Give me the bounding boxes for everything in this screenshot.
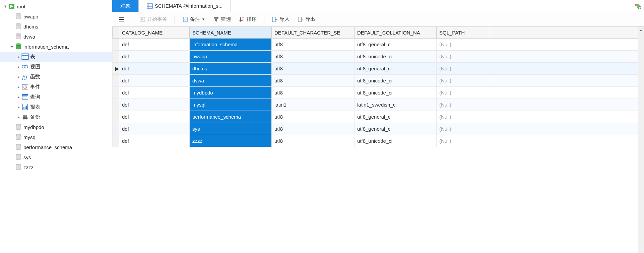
cell-catalog[interactable]: def [119,63,190,75]
cell-charset[interactable]: utf8 [272,39,355,51]
cell-schema[interactable]: mydbpdo [190,87,272,99]
cell-catalog[interactable]: def [119,51,190,63]
tree-schema-child[interactable]: ▸查询 [0,92,112,102]
column-header[interactable]: DEFAULT_CHARACTER_SE [272,27,355,39]
cell-schema[interactable]: performance_schema [190,111,272,123]
chevron-right-icon[interactable]: ▸ [16,115,21,119]
chevron-down-icon[interactable]: ▼ [9,45,15,49]
import-button[interactable]: 导入 [269,15,292,24]
cell-collation[interactable]: utf8_unicode_ci [355,135,437,147]
cell-collation[interactable]: latin1_swedish_ci [355,99,437,111]
table-row[interactable]: defmydbpdoutf8utf8_unicode_ci(Null) [113,87,644,99]
scroll-up-arrow-icon[interactable]: ▲ [638,27,644,33]
cell-catalog[interactable]: def [119,135,190,147]
tree-schema-child[interactable]: ▸f()函数 [0,72,112,82]
cell-schema[interactable]: information_schema [190,39,272,51]
tree-schema-child[interactable]: ▸报表 [0,102,112,112]
column-header[interactable]: SCHEMA_NAME [190,27,272,39]
data-grid-wrap[interactable]: CATALOG_NAME SCHEMA_NAME DEFAULT_CHARACT… [112,27,644,253]
cell-schema[interactable]: mysql [190,99,272,111]
cell-catalog[interactable]: def [119,87,190,99]
cell-collation[interactable]: utf8_unicode_ci [355,75,437,87]
table-row[interactable]: ▶defdhcmsutf8utf8_general_ci(Null) [113,63,644,75]
column-header[interactable]: SQL_PATH [437,27,490,39]
cell-catalog[interactable]: def [119,123,190,135]
cell-catalog[interactable]: def [119,111,190,123]
cell-collation[interactable]: utf8_unicode_ci [355,87,437,99]
cell-schema[interactable]: dhcms [190,63,272,75]
data-grid[interactable]: CATALOG_NAME SCHEMA_NAME DEFAULT_CHARACT… [112,27,644,147]
table-row[interactable]: definformation_schemautf8utf8_general_ci… [113,39,644,51]
tree-connection-root[interactable]: ▼ root [0,1,112,11]
chevron-right-icon[interactable]: ▸ [16,75,21,79]
tree-database[interactable]: dhcms [0,21,112,31]
tree-database[interactable]: mysql [0,132,112,142]
tree-database[interactable]: dvwa [0,31,112,42]
tree-schema-child[interactable]: ▸视图 [0,62,112,72]
cell-catalog[interactable]: def [119,99,190,111]
cell-schema[interactable]: zzzz [190,135,272,147]
cell-charset[interactable]: utf8 [272,87,355,99]
table-row[interactable]: defbwapputf8utf8_unicode_ci(Null) [113,51,644,63]
memo-button[interactable]: 备注 ▼ [180,15,208,24]
cell-sqlpath[interactable]: (Null) [437,135,490,147]
cell-collation[interactable]: utf8_general_ci [355,63,437,75]
cell-collation[interactable]: utf8_unicode_ci [355,51,437,63]
table-row[interactable]: defsysutf8utf8_general_ci(Null) [113,123,644,135]
table-row[interactable]: defmysqllatin1latin1_swedish_ci(Null) [113,99,644,111]
tree-database[interactable]: performance_schema [0,142,112,152]
cell-sqlpath[interactable]: (Null) [437,123,490,135]
chevron-right-icon[interactable]: ▸ [16,85,21,89]
chevron-right-icon[interactable]: ▸ [16,105,21,109]
cell-catalog[interactable]: def [119,39,190,51]
cell-sqlpath[interactable]: (Null) [437,51,490,63]
tree-schema-child[interactable]: ▸表 [0,52,112,62]
tree-database[interactable]: sys [0,152,112,162]
cell-charset[interactable]: latin1 [272,99,355,111]
cell-charset[interactable]: utf8 [272,51,355,63]
begin-transaction-button[interactable]: 开始事务 [137,15,170,24]
tree-schema-child[interactable]: ▸备份 [0,112,112,122]
cell-schema[interactable]: dvwa [190,75,272,87]
tree-schema-child[interactable]: ▸事件 [0,82,112,92]
vertical-scrollbar[interactable]: ▲ [638,27,644,253]
cell-sqlpath[interactable]: (Null) [437,63,490,75]
cell-sqlpath[interactable]: (Null) [437,87,490,99]
cell-schema[interactable]: bwapp [190,51,272,63]
cell-sqlpath[interactable]: (Null) [437,75,490,87]
cell-collation[interactable]: utf8_general_ci [355,39,437,51]
table-row[interactable]: defdvwautf8utf8_unicode_ci(Null) [113,75,644,87]
table-row[interactable]: defperformance_schemautf8utf8_general_ci… [113,111,644,123]
cell-schema[interactable]: sys [190,123,272,135]
table-row[interactable]: defzzzzutf8utf8_unicode_ci(Null) [113,135,644,147]
menu-button[interactable] [116,15,127,24]
tab-objects[interactable]: 对象 [112,0,139,12]
chevron-right-icon[interactable]: ▸ [16,95,21,99]
column-header[interactable]: CATALOG_NAME [119,27,190,39]
column-header[interactable]: DEFAULT_COLLATION_NA [355,27,437,39]
cell-sqlpath[interactable]: (Null) [437,39,490,51]
cell-sqlpath[interactable]: (Null) [437,99,490,111]
db-tree-sidebar[interactable]: ▼ root bwappdhcmsdvwa▼information_schema… [0,0,112,253]
tree-database[interactable]: zzzz [0,162,112,172]
cell-charset[interactable]: utf8 [272,63,355,75]
cell-charset[interactable]: utf8 [272,75,355,87]
sort-button[interactable]: 排序 [236,15,259,24]
tree-database[interactable]: ▼information_schema [0,42,112,52]
tree-database[interactable]: bwapp [0,11,112,21]
cell-collation[interactable]: utf8_general_ci [355,111,437,123]
cell-charset[interactable]: utf8 [272,111,355,123]
cell-charset[interactable]: utf8 [272,135,355,147]
chevron-right-icon[interactable]: ▸ [16,65,21,69]
cell-charset[interactable]: utf8 [272,123,355,135]
cell-collation[interactable]: utf8_general_ci [355,123,437,135]
add-tab-button[interactable] [632,0,644,12]
cell-catalog[interactable]: def [119,75,190,87]
chevron-down-icon[interactable]: ▼ [3,4,8,8]
chevron-right-icon[interactable]: ▸ [16,55,21,59]
tree-database[interactable]: mydbpdo [0,122,112,132]
export-button[interactable]: 导出 [295,15,318,24]
tab-schemata[interactable]: SCHEMATA @information_s... [139,0,231,12]
filter-button[interactable]: 筛选 [210,15,234,24]
cell-sqlpath[interactable]: (Null) [437,111,490,123]
